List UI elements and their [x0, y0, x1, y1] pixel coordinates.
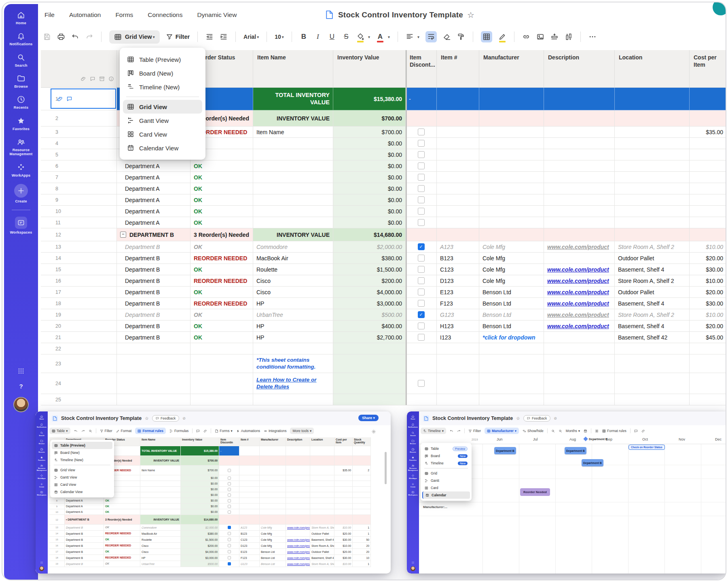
cell-status[interactable] — [190, 373, 253, 394]
cell-status[interactable]: OK — [190, 183, 253, 194]
cell-value[interactable] — [333, 343, 406, 354]
cell-disc[interactable] — [406, 253, 437, 264]
favorite-star-icon[interactable]: ☆ — [467, 10, 474, 20]
cell-gutter[interactable]: 1 — [41, 88, 117, 110]
cell-disc[interactable] — [406, 110, 437, 127]
clear-format-button[interactable] — [443, 33, 451, 41]
cell-loc[interactable] — [615, 88, 690, 110]
cell-gutter[interactable]: 4 — [41, 138, 117, 149]
cell-value[interactable] — [333, 373, 406, 394]
cell-disc[interactable] — [406, 194, 437, 206]
cell-disc[interactable] — [406, 172, 437, 183]
cell-mfr[interactable] — [479, 160, 544, 172]
cell-gutter[interactable]: 13 — [41, 241, 117, 253]
cell-mfr[interactable] — [479, 149, 544, 160]
cell-mfr[interactable] — [479, 110, 544, 127]
cell-disc[interactable] — [406, 149, 437, 160]
format-painter-button[interactable] — [457, 33, 465, 41]
dropdown-caret-icon[interactable]: ▾ — [417, 35, 419, 39]
cell-cost[interactable] — [690, 394, 726, 405]
cell-itemno[interactable] — [437, 194, 479, 206]
cell-cost[interactable] — [690, 160, 726, 172]
cell-desc[interactable] — [544, 127, 615, 138]
reorder-needed-tag[interactable]: Reorder Needed — [520, 488, 550, 496]
cell-desc[interactable] — [544, 394, 615, 405]
menu-item-timeline-new-[interactable]: Timeline (New) — [123, 80, 202, 94]
cell-item[interactable] — [253, 138, 333, 149]
cell-cost[interactable] — [690, 373, 726, 394]
cell-mfr[interactable]: *click for dropdown — [479, 332, 544, 343]
cell-cost[interactable]: $35.00 — [690, 127, 726, 138]
insert-image-button[interactable] — [536, 33, 544, 41]
mini-menu-item[interactable]: TimelineNew — [422, 460, 470, 467]
cell-gutter[interactable]: 20 — [41, 321, 117, 332]
borders-button[interactable] — [481, 31, 492, 42]
cell-gutter[interactable]: 9 — [41, 194, 117, 206]
cell-desc[interactable] — [544, 206, 615, 217]
cell-desc[interactable] — [544, 160, 615, 172]
format-rules-button[interactable]: Format rules — [135, 428, 166, 434]
mini-menu-item[interactable]: BoardNew — [422, 452, 470, 460]
cell-cost[interactable] — [690, 217, 726, 228]
cell-dept[interactable] — [117, 394, 190, 405]
mini-menu-item[interactable]: 31Calendar — [422, 491, 470, 499]
cell-cost[interactable]: $20.00 — [690, 321, 726, 332]
sidebar-item-favorites[interactable]: Favorites — [4, 116, 38, 131]
cell-itemno[interactable]: A123 — [437, 241, 479, 253]
cell-itemno[interactable] — [437, 373, 479, 394]
cell-itemno[interactable]: B123 — [437, 253, 479, 264]
cell-dept[interactable]: Department A — [117, 160, 190, 172]
cell-item[interactable]: Cisco — [253, 287, 333, 298]
cell-disc[interactable] — [406, 332, 437, 343]
cell-status[interactable]: OK — [190, 332, 253, 343]
cell-desc[interactable] — [544, 332, 615, 343]
cell-item[interactable]: Item Name — [253, 127, 333, 138]
cell-itemno[interactable] — [437, 217, 479, 228]
cell-loc[interactable]: Basement, Shelf 4 — [615, 321, 690, 332]
cell-desc[interactable]: www.cole.com/product — [544, 309, 615, 321]
cell-gutter[interactable]: 22 — [41, 343, 117, 354]
cell-cost[interactable] — [690, 206, 726, 217]
cell-value[interactable]: $2,700.00 — [333, 332, 406, 343]
cell-item[interactable] — [253, 172, 333, 183]
cell-value[interactable]: $0.00 — [333, 194, 406, 206]
mini-menu-item[interactable]: Grid — [422, 470, 470, 477]
cell-status[interactable]: OK — [190, 321, 253, 332]
scrollbar[interactable] — [385, 452, 387, 484]
menu-forms[interactable]: Forms — [115, 11, 133, 19]
column-header-mfr[interactable]: Manufacturer — [479, 50, 544, 87]
cell-cost[interactable] — [690, 138, 726, 149]
cell-mfr[interactable]: Cole Mfg — [479, 275, 544, 287]
cell-item[interactable] — [253, 394, 333, 405]
menu-dynamic-view[interactable]: Dynamic View — [197, 11, 237, 19]
view-switcher-button[interactable]: Grid View▾ — [109, 30, 160, 44]
cell-itemno[interactable] — [437, 183, 479, 194]
sidebar-item-search[interactable]: Search — [4, 53, 38, 67]
cell-loc[interactable] — [615, 206, 690, 217]
checkbox-unchecked[interactable] — [418, 151, 425, 158]
cell-cost[interactable]: $10.00 — [690, 309, 726, 321]
menu-automation[interactable]: Automation — [69, 11, 101, 19]
redo-button[interactable] — [85, 33, 93, 41]
menu-item-grid-view[interactable]: Grid View — [123, 100, 202, 114]
mini-menu-item[interactable]: Gantt View — [52, 474, 112, 481]
description-link[interactable]: www.cole.com/product — [547, 323, 609, 329]
fill-color-button[interactable] — [356, 33, 364, 41]
cell-loc[interactable]: Basement, Shelf 42 — [615, 332, 690, 343]
cell-status[interactable]: 3 Reorder(s) Needed — [190, 228, 253, 241]
column-header-value[interactable]: Inventory Value — [333, 50, 406, 87]
cell-dept[interactable]: Department A — [117, 172, 190, 183]
cell-desc[interactable] — [544, 373, 615, 394]
cell-disc[interactable] — [406, 183, 437, 194]
checkbox-unchecked[interactable] — [418, 289, 425, 295]
show-hide-button[interactable]: Show/hide — [523, 429, 544, 433]
cell-value[interactable]: $4,000.00 — [333, 287, 406, 298]
cell-itemno[interactable]: G123 — [437, 309, 479, 321]
cell-disc[interactable] — [406, 217, 437, 228]
mini-menu-item[interactable]: Board (New) — [52, 449, 112, 456]
cell-mfr[interactable] — [479, 343, 544, 354]
user-avatar[interactable] — [713, 2, 726, 15]
mini-menu-item[interactable]: Grid View — [52, 466, 112, 474]
cell-mfr[interactable] — [479, 127, 544, 138]
cell-status[interactable] — [190, 394, 253, 405]
